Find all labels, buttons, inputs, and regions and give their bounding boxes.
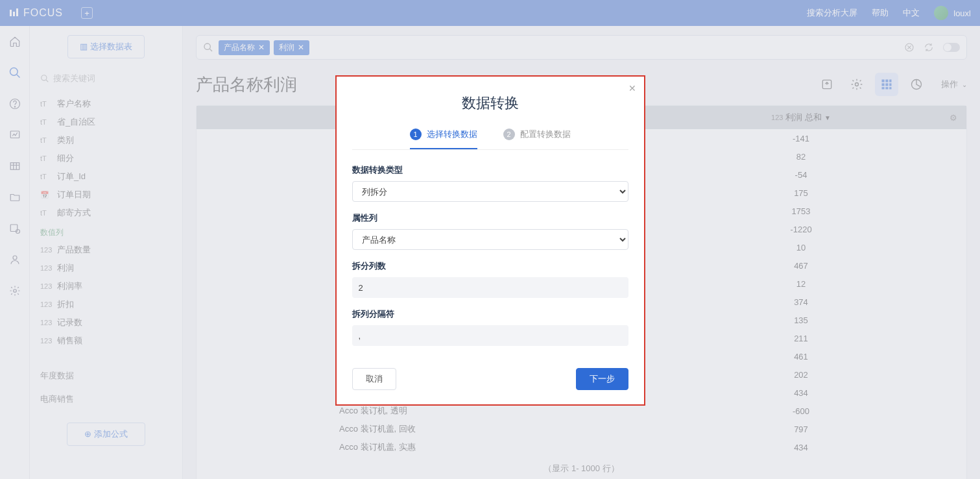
modal-title: 数据转换 (337, 77, 644, 129)
modal-backdrop: ✕ 数据转换 1选择转换数据 2配置转换数据 数据转换类型 列拆分 属性列 产品… (0, 0, 980, 479)
close-icon[interactable]: ✕ (628, 83, 636, 93)
split-count-label: 拆分列数 (352, 260, 628, 272)
cancel-button[interactable]: 取消 (352, 368, 396, 390)
transform-type-label: 数据转换类型 (352, 164, 628, 176)
attr-column-select[interactable]: 产品名称 (352, 229, 628, 250)
step-1[interactable]: 1选择转换数据 (410, 129, 477, 149)
split-count-input[interactable] (352, 277, 628, 298)
next-button[interactable]: 下一步 (576, 368, 628, 390)
delimiter-label: 拆列分隔符 (352, 308, 628, 320)
step-2[interactable]: 2配置转换数据 (503, 129, 571, 140)
delimiter-input[interactable] (352, 325, 628, 346)
data-transform-modal: ✕ 数据转换 1选择转换数据 2配置转换数据 数据转换类型 列拆分 属性列 产品… (335, 75, 645, 406)
attr-column-label: 属性列 (352, 212, 628, 224)
transform-type-select[interactable]: 列拆分 (352, 181, 628, 202)
